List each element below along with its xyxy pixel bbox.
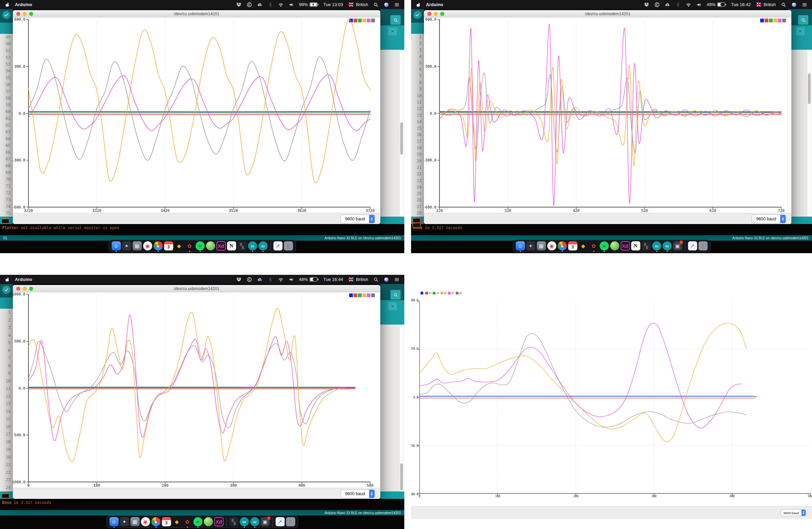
close-button[interactable]	[427, 12, 431, 16]
dock-app-terminal-dark[interactable]: ▚	[237, 241, 247, 251]
wifi-icon[interactable]	[278, 277, 284, 282]
scrollbar-thumb[interactable]	[808, 73, 811, 104]
dock-app-spotify[interactable]: ≈	[599, 241, 609, 251]
window-title-bar[interactable]: /dev/cu.usbmodem14201	[424, 10, 792, 18]
dock-app-finder[interactable]: ☺	[109, 517, 118, 526]
dock-app-photos[interactable]: ▦	[537, 241, 546, 251]
minimize-button[interactable]	[434, 12, 438, 16]
dock-app-screenshot-app[interactable]: ▣	[261, 517, 270, 526]
serial-monitor-button[interactable]	[390, 290, 401, 300]
dock-app-trash[interactable]: ▯	[284, 241, 293, 251]
zoom-button[interactable]	[29, 12, 33, 16]
scrollbar-track[interactable]	[399, 50, 404, 217]
dock-app-terminal-dark[interactable]: ▚	[229, 517, 238, 526]
dock-app-green-sphere[interactable]	[206, 241, 215, 251]
dock-app-science-app[interactable]: ◉	[143, 241, 152, 251]
siri-icon[interactable]	[384, 277, 389, 282]
dock-app-document-blue[interactable]: ↗	[275, 517, 285, 526]
volume-icon[interactable]	[289, 277, 294, 282]
dock-app-arduino-create[interactable]: ∞	[248, 241, 257, 251]
serial-monitor-button[interactable]	[390, 15, 401, 25]
siri-icon[interactable]	[384, 2, 389, 8]
dock-app-green-sphere[interactable]	[204, 517, 213, 526]
tab-menu-button[interactable]	[388, 302, 397, 310]
input-language-menu[interactable]: British	[348, 277, 368, 282]
battery-indicator[interactable]: 49%	[707, 2, 726, 7]
apple-menu-icon[interactable]	[416, 2, 421, 8]
spotlight-icon[interactable]	[781, 2, 786, 8]
dock-app-chrome[interactable]: ●	[557, 241, 567, 251]
dock-app-figma[interactable]: ✿	[589, 241, 598, 251]
siri-icon[interactable]	[792, 2, 797, 8]
dock-app-calendar[interactable]: 3	[568, 241, 577, 251]
active-app-name[interactable]: Arduino	[426, 2, 443, 7]
dropbox-icon[interactable]	[236, 2, 242, 8]
scrollbar-track[interactable]	[399, 325, 404, 491]
cloud-upload-icon[interactable]	[257, 277, 263, 282]
baud-rate-select[interactable]: 9600 baud	[341, 215, 375, 224]
dock-app-trash[interactable]: ▯	[286, 517, 295, 526]
dock-app-sketch[interactable]: ◆	[175, 241, 184, 251]
volume-icon[interactable]	[696, 2, 702, 8]
dock-app-photos[interactable]: ▦	[130, 517, 140, 526]
dock-app-arduino-ide[interactable]: ∞	[259, 241, 267, 251]
verify-button[interactable]	[414, 11, 422, 19]
volume-icon[interactable]	[289, 2, 294, 8]
cloud-upload-icon[interactable]	[665, 2, 670, 8]
dropbox-icon[interactable]	[236, 277, 242, 282]
active-app-name[interactable]: Arduino	[15, 277, 32, 282]
bluetooth-icon[interactable]	[675, 2, 681, 8]
zoom-button[interactable]	[29, 287, 33, 291]
baud-rate-select[interactable]: 9600 baud	[781, 509, 806, 516]
creative-cloud-icon[interactable]	[654, 2, 660, 8]
dock-app-science-app[interactable]: ◉	[141, 517, 150, 526]
dock-app-calendar[interactable]: 3	[162, 517, 171, 526]
dock-app-launchpad[interactable]: ✦	[526, 241, 535, 251]
window-title-bar[interactable]: /dev/cu.usbmodem14201	[13, 10, 380, 18]
battery-indicator[interactable]: 48%	[299, 277, 318, 282]
dock-app-launchpad[interactable]: ✦	[120, 517, 129, 526]
notification-center-icon[interactable]	[394, 2, 400, 8]
scrollbar-thumb[interactable]	[400, 123, 403, 155]
scrollbar-thumb[interactable]	[400, 463, 403, 490]
bluetooth-icon[interactable]	[267, 277, 273, 282]
baud-rate-select[interactable]: 9600 baud	[341, 489, 375, 498]
close-button[interactable]	[16, 12, 20, 16]
dock-app-science-app[interactable]: ◉	[547, 241, 556, 251]
dock-app-launchpad[interactable]: ✦	[122, 241, 131, 251]
dock-app-arduino-create[interactable]: ∞	[240, 517, 249, 526]
apple-menu-icon[interactable]	[5, 277, 10, 282]
notification-center-icon[interactable]	[802, 2, 807, 8]
dock-app-chrome[interactable]: ●	[154, 241, 163, 251]
dock-app-document-blue[interactable]: ↗	[273, 241, 282, 251]
dock-app-arduino-ide[interactable]: ∞	[663, 241, 671, 251]
dock-app-screenshot-app[interactable]: ▣	[673, 241, 682, 251]
minimize-button[interactable]	[23, 287, 27, 291]
tab-menu-button[interactable]	[388, 27, 397, 35]
dock-app-spotify[interactable]: ≈	[193, 517, 202, 526]
menu-bar-clock[interactable]: Tue 13:03	[323, 2, 343, 7]
dock-app-arduino-ide[interactable]: ∞	[250, 517, 259, 526]
wifi-icon[interactable]	[686, 2, 691, 8]
input-language-menu[interactable]: British	[348, 2, 368, 7]
dock-app-chrome[interactable]: ●	[151, 517, 160, 526]
zoom-button[interactable]	[440, 12, 444, 16]
scrollbar-track[interactable]	[807, 50, 812, 217]
verify-button[interactable]	[2, 286, 11, 294]
creative-cloud-icon[interactable]	[247, 2, 252, 8]
dock-app-finder[interactable]: ☺	[112, 241, 121, 251]
creative-cloud-icon[interactable]	[247, 277, 252, 282]
wifi-icon[interactable]	[278, 2, 284, 8]
dock-app-calendar[interactable]: 3	[164, 241, 173, 251]
active-app-name[interactable]: Arduino	[15, 2, 32, 7]
dock-app-spotify[interactable]: ≈	[195, 241, 205, 251]
apple-menu-icon[interactable]	[5, 2, 10, 8]
dock-app-notion[interactable]: N	[631, 241, 640, 251]
window-title-bar[interactable]: /dev/cu.usbmodem14201	[13, 285, 380, 293]
dropbox-icon[interactable]	[644, 2, 649, 8]
tab-menu-button[interactable]	[796, 27, 804, 35]
menu-bar-clock[interactable]: Tue 16:44	[323, 277, 343, 282]
dock-app-document-blue[interactable]: ↗	[688, 241, 697, 251]
menu-bar-clock[interactable]: Tue 16:42	[731, 2, 751, 7]
notification-center-icon[interactable]	[394, 277, 400, 282]
